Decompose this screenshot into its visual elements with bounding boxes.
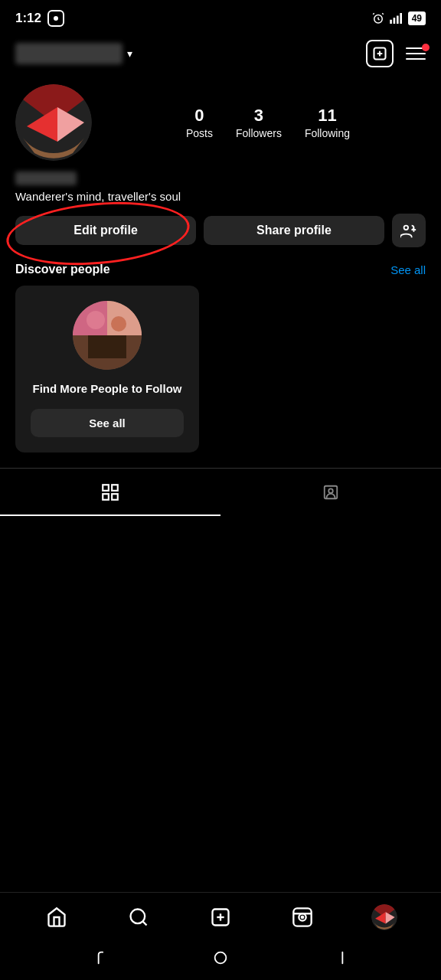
home-nav-item[interactable] <box>38 902 76 933</box>
discover-card: Find More People to Follow See all <box>15 286 199 452</box>
stats-row: 0 Posts 3 Followers 11 Following <box>110 106 426 139</box>
discover-card-text: Find More People to Follow <box>33 381 182 397</box>
home-button[interactable] <box>209 946 232 969</box>
add-post-button[interactable] <box>366 40 394 67</box>
alarm-icon <box>371 11 385 25</box>
instagram-status-icon <box>47 10 64 27</box>
followers-count: 3 <box>254 106 263 126</box>
add-icon <box>210 906 231 928</box>
svg-rect-18 <box>88 335 126 358</box>
battery-display: 49 <box>408 11 426 25</box>
svg-rect-19 <box>103 485 109 491</box>
svg-rect-21 <box>103 494 109 500</box>
profile-info-row: 0 Posts 3 Followers 11 Following <box>15 84 426 161</box>
empty-content-area <box>0 516 441 654</box>
following-stat[interactable]: 11 Following <box>305 106 350 139</box>
discover-avatar <box>73 301 142 370</box>
svg-rect-2 <box>393 18 395 24</box>
discover-title: Discover people <box>15 263 110 276</box>
status-time-area: 1:12 <box>15 10 64 27</box>
back-button[interactable] <box>93 946 116 969</box>
svg-rect-1 <box>390 20 392 24</box>
edit-profile-button[interactable]: Edit profile <box>15 216 196 245</box>
reels-nav-item[interactable] <box>283 902 322 933</box>
home-icon <box>46 906 67 928</box>
following-label: Following <box>305 127 350 139</box>
bottom-nav-icons <box>0 893 441 939</box>
top-nav: ▾ <box>0 34 441 77</box>
status-bar: 1:12 49 <box>0 0 441 34</box>
grid-icon <box>100 482 120 502</box>
profile-name-blur <box>15 172 77 185</box>
following-count: 11 <box>318 106 336 126</box>
svg-point-24 <box>328 488 333 493</box>
profile-nav-item[interactable] <box>365 902 403 933</box>
notification-dot <box>422 44 430 51</box>
bottom-nav <box>0 892 441 980</box>
discover-section: Discover people See all Find More People… <box>0 263 441 452</box>
svg-point-32 <box>302 916 303 918</box>
avatar[interactable] <box>15 84 92 161</box>
svg-rect-4 <box>400 13 402 24</box>
add-person-button[interactable] <box>392 214 426 247</box>
discover-see-all-link[interactable]: See all <box>390 263 426 276</box>
discover-card-button[interactable]: See all <box>31 409 184 437</box>
tagged-icon <box>322 484 339 501</box>
profile-section: 0 Posts 3 Followers 11 Following Wandere… <box>0 77 441 247</box>
add-nav-item[interactable] <box>201 902 240 933</box>
posts-count: 0 <box>194 106 204 126</box>
search-icon <box>128 906 149 928</box>
search-nav-item[interactable] <box>119 902 158 933</box>
username-area[interactable]: ▾ <box>15 43 132 64</box>
svg-point-16 <box>87 311 105 329</box>
top-nav-icons <box>366 40 426 67</box>
share-profile-button[interactable]: Share profile <box>204 216 384 245</box>
android-nav <box>0 939 441 980</box>
svg-rect-14 <box>107 301 142 335</box>
profile-nav-avatar <box>371 904 397 930</box>
svg-line-26 <box>142 921 146 925</box>
tab-tagged[interactable] <box>220 469 441 516</box>
svg-rect-3 <box>397 16 399 24</box>
recents-button[interactable] <box>325 946 348 969</box>
username-blur <box>15 43 122 64</box>
svg-rect-20 <box>112 485 118 491</box>
followers-label: Followers <box>236 127 282 139</box>
time-display: 1:12 <box>15 11 41 26</box>
svg-point-25 <box>130 910 145 924</box>
posts-stat[interactable]: 0 Posts <box>186 106 213 139</box>
svg-point-17 <box>111 316 126 332</box>
status-right-area: 49 <box>371 11 426 25</box>
discover-header: Discover people See all <box>15 263 426 276</box>
reels-icon <box>292 906 313 928</box>
menu-button[interactable] <box>406 47 426 60</box>
svg-rect-22 <box>112 494 118 500</box>
buttons-row: Edit profile Share profile <box>15 214 426 247</box>
svg-point-35 <box>215 952 227 964</box>
signal-icon <box>390 13 403 24</box>
content-tabs <box>0 468 441 516</box>
tab-grid[interactable] <box>0 469 220 516</box>
bio-text: Wanderer's mind, traveller's soul <box>15 190 426 203</box>
posts-label: Posts <box>186 127 213 139</box>
followers-stat[interactable]: 3 Followers <box>236 106 282 139</box>
chevron-down-icon: ▾ <box>127 47 132 60</box>
